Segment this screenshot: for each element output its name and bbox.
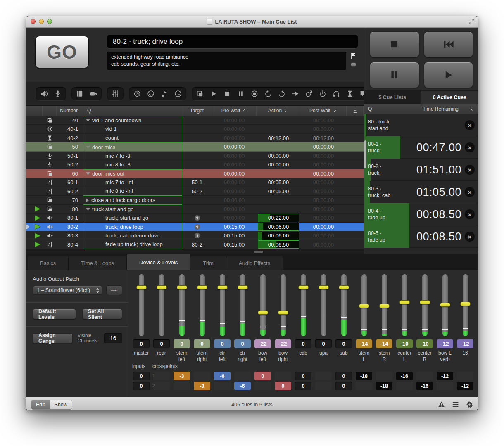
fader-track[interactable] <box>240 274 245 336</box>
fader-track[interactable] <box>341 274 347 336</box>
speaker-icon[interactable] <box>40 90 48 97</box>
pre-wait-cell[interactable]: 00:00.00 <box>212 152 257 161</box>
play-button[interactable] <box>424 62 473 88</box>
post-wait-cell[interactable]: 00:00.00 <box>300 205 347 214</box>
resize-icon[interactable] <box>468 19 475 25</box>
stop-icon[interactable] <box>223 90 231 97</box>
gear-icon[interactable] <box>466 401 473 408</box>
video-icon[interactable] <box>76 90 83 97</box>
crosspoint-cell[interactable] <box>153 372 170 380</box>
header-pre-wait[interactable]: Pre Wait <box>212 106 257 116</box>
go-button[interactable]: GO <box>35 36 89 68</box>
cue-name-cell[interactable]: mic 8 to -3 <box>83 160 182 169</box>
warning-icon[interactable] <box>438 401 445 408</box>
cue-name-cell[interactable]: mic 7 to -inf <box>83 178 182 187</box>
fader-handle[interactable] <box>460 302 471 306</box>
cue-target-cell[interactable]: 50-2 <box>182 187 212 196</box>
header-number[interactable]: Number <box>57 106 83 116</box>
patch-more-button[interactable]: ••• <box>106 285 122 295</box>
disc-icon[interactable] <box>133 90 141 97</box>
wait-icon[interactable] <box>346 90 354 97</box>
crosspoint-cell[interactable] <box>174 382 190 390</box>
mic-icon[interactable] <box>54 90 62 97</box>
cue-row[interactable]: 80truck start and go00:00.0000:00.00 <box>26 205 364 214</box>
fader-value[interactable]: -10 <box>396 339 413 348</box>
active-cue-row[interactable]: 80-1 ·truck;00:47.00× <box>364 136 478 159</box>
crosspoint-cell[interactable] <box>376 372 392 380</box>
cue-name-cell[interactable]: door mics out <box>83 169 182 178</box>
pre-wait-cell[interactable]: 00:15.00 <box>212 231 257 240</box>
crosspoint-cell[interactable]: -3 <box>194 382 210 390</box>
fader-track[interactable] <box>422 274 428 336</box>
crosspoint-cell[interactable]: 0 <box>275 382 291 390</box>
header-post-wait[interactable]: Post Wait <box>300 106 347 116</box>
post-wait-cell[interactable]: 00:00.00 <box>300 152 347 161</box>
crosspoint-cell[interactable]: -16 <box>396 372 413 380</box>
stop-cue-button[interactable]: × <box>465 165 475 175</box>
active-cue-row[interactable]: 80 · truckstart and× <box>364 114 478 136</box>
fader-track[interactable] <box>260 274 266 336</box>
stop-cue-button[interactable]: × <box>465 232 475 242</box>
crosspoint-cell[interactable]: -3 <box>174 372 190 380</box>
disclosure-triangle[interactable] <box>86 146 90 149</box>
post-wait-cell[interactable]: 00:00.00 <box>300 214 347 223</box>
pre-wait-cell[interactable]: 00:00.00 <box>212 134 257 143</box>
fader-track[interactable] <box>179 274 185 336</box>
post-wait-cell[interactable]: 00:00.00 <box>300 116 347 125</box>
fader-value[interactable]: 0 <box>295 339 311 348</box>
record-icon[interactable] <box>251 90 258 97</box>
cue-name-cell[interactable]: truck; drive loop <box>83 223 182 232</box>
target-icon[interactable] <box>305 90 313 97</box>
pre-wait-cell[interactable]: 00:00.00 <box>212 142 257 152</box>
post-wait-cell[interactable]: 00:00.00 <box>300 196 347 205</box>
cue-name-cell[interactable]: truck; start and go <box>83 214 182 223</box>
pre-wait-cell[interactable]: 00:00.00 <box>212 187 257 196</box>
pre-wait-cell[interactable]: 00:00.00 <box>212 178 257 187</box>
stop-cue-button[interactable]: × <box>465 120 475 130</box>
fader-track[interactable] <box>301 274 306 336</box>
tab-active-cues[interactable]: 6 Active Cues <box>421 91 478 104</box>
vertical-scrollbar-thumb[interactable] <box>364 140 366 168</box>
tab-device-levels[interactable]: Device & Levels <box>127 254 190 270</box>
cue-name-cell[interactable]: fade up truck; drive loop <box>83 240 182 249</box>
active-cue-row[interactable]: 80-5 ·fade up00:08.50× <box>364 225 478 248</box>
fader-handle[interactable] <box>359 304 369 308</box>
crosspoint-cell[interactable]: -6 <box>234 382 251 390</box>
cue-row[interactable]: 40-2count00:00.0000:12.0000:12.00 <box>26 134 364 143</box>
cue-row[interactable]: 80-2truck; drive loop00:15.0000:06.0000:… <box>26 223 364 232</box>
fader-value[interactable]: 0 <box>315 339 332 348</box>
set-all-silent-button[interactable]: Set All Silent <box>82 309 122 319</box>
cue-name-cell[interactable]: truck start and go <box>83 205 182 214</box>
play-icon[interactable] <box>210 90 217 97</box>
fader-handle[interactable] <box>217 285 228 289</box>
fader-handle[interactable] <box>379 304 390 308</box>
crosspoint-cell[interactable]: -18 <box>356 372 372 380</box>
post-wait-cell[interactable]: 00:12.00 <box>300 134 347 143</box>
cue-row[interactable]: 60-1mic 7 to -inf50-100:00.0000:05.0000:… <box>26 178 364 187</box>
action-cell[interactable]: 00:06.00 <box>257 223 300 232</box>
crosspoint-cell[interactable]: -18 <box>376 382 392 390</box>
midi-icon[interactable] <box>147 90 155 97</box>
crosspoint-cell[interactable] <box>275 372 291 380</box>
fader-track[interactable] <box>382 274 387 336</box>
rewind-button[interactable] <box>424 31 473 57</box>
fader-value[interactable]: -22 <box>275 339 291 348</box>
cue-target-cell[interactable] <box>182 116 212 125</box>
fader-track[interactable] <box>361 274 367 336</box>
cue-row[interactable]: 70close and lock cargo doors00:00.0000:0… <box>26 196 364 205</box>
crosspoint-cell[interactable]: 0 <box>295 372 311 380</box>
header-action[interactable]: Action <box>257 106 300 116</box>
fader-value[interactable]: 0 <box>234 339 251 348</box>
tab-time-loops[interactable]: Time & Loops <box>69 256 127 270</box>
fader-value[interactable]: 0 <box>335 339 352 348</box>
post-wait-cell[interactable]: 00:00.00 <box>300 169 347 178</box>
fader-value[interactable]: -12 <box>437 339 453 348</box>
header-autoload-column[interactable] <box>347 106 364 116</box>
fader-value[interactable]: 0 <box>133 339 150 348</box>
fader-track[interactable] <box>321 274 326 336</box>
cue-name-cell[interactable]: mic 7 to -3 <box>83 152 182 161</box>
cue-target-cell[interactable] <box>182 152 212 161</box>
crosspoint-cell[interactable] <box>254 382 271 390</box>
cue-target-cell[interactable]: 50-1 <box>182 178 212 187</box>
cue-target-cell[interactable] <box>182 231 212 240</box>
